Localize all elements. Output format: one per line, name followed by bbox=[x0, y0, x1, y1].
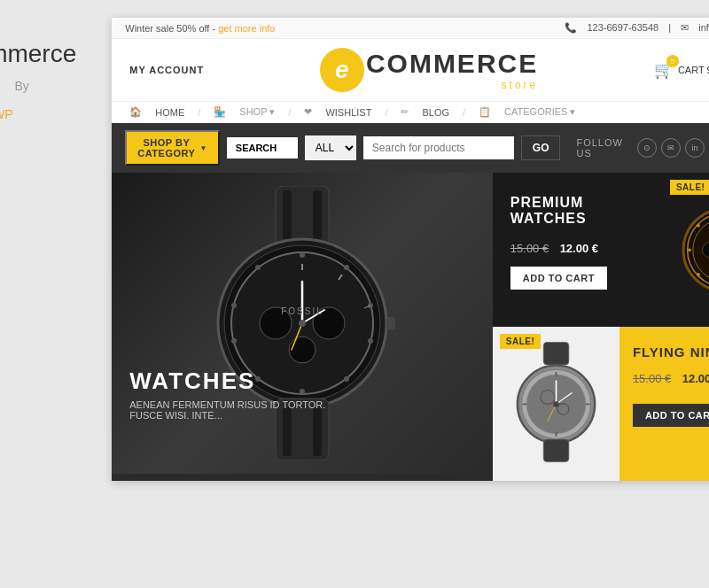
sale-watch-top-panel: SALE! bbox=[663, 173, 709, 327]
svg-point-40 bbox=[697, 273, 700, 276]
nav-wishlist[interactable]: WISHLIST bbox=[325, 107, 371, 118]
bottom-right-section: SALE! bbox=[493, 327, 709, 481]
linkedin-icon[interactable]: in bbox=[685, 138, 705, 158]
by-label: By Themes4WP bbox=[0, 79, 29, 121]
flying-ninja-old-price: 15.00 € bbox=[633, 372, 671, 385]
right-panel: PREMIUM WATCHES 15.00 € 12.00 € ADD TO C… bbox=[493, 173, 709, 481]
watches-description: AENEAN FERMENTUM RISUS ID TORTOR. FUSCE … bbox=[129, 399, 360, 421]
premium-add-to-cart-button[interactable]: ADD TO CART bbox=[510, 267, 607, 290]
rss-icon[interactable]: ⊙ bbox=[637, 138, 657, 158]
sale-text: Winter sale 50% off - bbox=[125, 23, 215, 34]
cart-badge: 5 bbox=[666, 55, 679, 67]
svg-rect-1 bbox=[283, 190, 292, 239]
svg-point-15 bbox=[255, 265, 261, 270]
top-bar: Winter sale 50% off - get more info 📞 12… bbox=[112, 18, 709, 39]
search-category-select[interactable]: ALL bbox=[305, 135, 356, 160]
watch-label-overlay: WATCHES AENEAN FERMENTUM RISUS ID TORTOR… bbox=[129, 368, 360, 421]
cart-area[interactable]: 🛒 5 CART 91.00 € bbox=[654, 60, 709, 80]
flying-ninja-title: FLYING NINJA W3 bbox=[633, 344, 709, 360]
page-title: eCommerce Store bbox=[0, 40, 76, 96]
svg-point-42 bbox=[697, 224, 700, 228]
flying-ninja-card: FLYING NINJA W3 15.00 € 12.00 € ADD TO C… bbox=[619, 327, 709, 481]
page-title-bar: eCommerce Store By Themes4WP bbox=[0, 31, 94, 134]
svg-text:FOSSIL: FOSSIL bbox=[281, 306, 323, 316]
nav-home[interactable]: HOME bbox=[155, 107, 184, 118]
watch-background: FOSSIL WATCHES AENEAN FERMENTUM RISUS ID… bbox=[112, 173, 493, 474]
my-account-link[interactable]: MY ACCOUNT bbox=[129, 65, 204, 75]
svg-point-18 bbox=[289, 337, 316, 363]
main-nav: 🏠 HOME / 🏪 SHOP ▾ / ❤ WISHLIST / ✏ BLOG … bbox=[112, 102, 709, 123]
logo-text: COMMERCE store bbox=[366, 49, 538, 91]
svg-point-59 bbox=[553, 401, 558, 406]
cart-icon: 🛒 5 bbox=[654, 60, 674, 80]
svg-rect-2 bbox=[313, 190, 322, 239]
logo-store: store bbox=[366, 79, 538, 91]
main-content: FOSSIL WATCHES AENEAN FERMENTUM RISUS ID… bbox=[112, 173, 709, 481]
svg-point-7 bbox=[344, 265, 349, 270]
sale-badge-top: SALE! bbox=[670, 180, 709, 195]
nav-categories[interactable]: CATEGORIES ▾ bbox=[504, 106, 575, 118]
sale-badge-bottom: SALE! bbox=[500, 334, 541, 349]
categories-icon: 📋 bbox=[479, 106, 491, 118]
logo: e COMMERCE store bbox=[320, 48, 538, 92]
svg-point-26 bbox=[299, 320, 306, 327]
svg-rect-50 bbox=[543, 342, 569, 364]
top-right-section: PREMIUM WATCHES 15.00 € 12.00 € ADD TO C… bbox=[493, 173, 709, 327]
premium-new-price: 12.00 € bbox=[560, 242, 598, 255]
separator: | bbox=[668, 22, 674, 33]
contact-info: 📞 123-6697-63548 | ✉ info@email.com bbox=[561, 22, 709, 34]
home-icon: 🏠 bbox=[129, 106, 142, 118]
featured-product-panel: FOSSIL WATCHES AENEAN FERMENTUM RISUS ID… bbox=[112, 173, 493, 481]
sale-notice: Winter sale 50% off - get more info bbox=[125, 23, 275, 34]
svg-rect-64 bbox=[543, 439, 569, 461]
blog-icon: ✏ bbox=[401, 106, 409, 118]
premium-watches-card: PREMIUM WATCHES 15.00 € 12.00 € ADD TO C… bbox=[493, 173, 663, 327]
sale-link[interactable]: get more info bbox=[218, 23, 275, 34]
svg-point-6 bbox=[300, 252, 305, 258]
flying-ninja-add-to-cart-button[interactable]: ADD TO CART bbox=[633, 404, 709, 427]
svg-point-14 bbox=[231, 303, 237, 308]
shop-icon: 🏪 bbox=[214, 106, 226, 118]
nav-shop[interactable]: SHOP ▾ bbox=[239, 106, 275, 118]
cart-label: CART 91.00 € bbox=[678, 65, 709, 75]
svg-rect-30 bbox=[386, 317, 395, 329]
flying-ninja-price-area: 15.00 € 12.00 € bbox=[633, 370, 709, 386]
premium-price-area: 15.00 € 12.00 € bbox=[510, 240, 645, 256]
sale-watch-bottom-panel: SALE! bbox=[493, 327, 619, 481]
premium-old-price: 15.00 € bbox=[510, 242, 549, 255]
chevron-down-icon: ▼ bbox=[199, 144, 206, 152]
svg-point-9 bbox=[368, 338, 373, 344]
themes4wp-link[interactable]: Themes4WP bbox=[0, 107, 13, 121]
main-window: Winter sale 50% off - get more info 📞 12… bbox=[112, 18, 709, 481]
search-label-field[interactable] bbox=[227, 137, 298, 159]
watches-title: WATCHES bbox=[129, 368, 360, 395]
go-button[interactable]: GO bbox=[521, 135, 561, 160]
gold-watch-image bbox=[663, 173, 709, 323]
search-bar: SHOP BY CATEGORY ▼ ALL GO FOLLOW US ⊙ ✉ … bbox=[112, 123, 709, 173]
premium-watches-title: PREMIUM WATCHES bbox=[510, 195, 645, 227]
svg-point-13 bbox=[231, 338, 237, 344]
logo-commerce: COMMERCE bbox=[366, 49, 538, 79]
email-social-icon[interactable]: ✉ bbox=[661, 138, 681, 158]
shop-by-category-button[interactable]: SHOP BY CATEGORY ▼ bbox=[125, 130, 220, 166]
follow-us-label: FOLLOW US bbox=[576, 137, 622, 159]
grey-watch-image bbox=[493, 327, 619, 477]
email-icon: ✉ bbox=[681, 22, 689, 33]
logo-e: e bbox=[320, 48, 364, 92]
phone-icon: 📞 bbox=[565, 22, 577, 33]
wishlist-nav-icon: ❤ bbox=[304, 106, 312, 118]
phone-number: 123-6697-63548 bbox=[587, 22, 658, 33]
social-icons: ⊙ ✉ in P ◎ t f bbox=[637, 138, 709, 158]
svg-point-41 bbox=[688, 248, 691, 251]
search-input[interactable] bbox=[363, 136, 514, 159]
flying-ninja-new-price: 12.00 € bbox=[682, 372, 709, 385]
nav-blog[interactable]: BLOG bbox=[422, 107, 449, 118]
header-right: 🛒 5 CART 91.00 € 🧡 3 bbox=[654, 60, 709, 80]
email-address: info@email.com bbox=[698, 22, 709, 33]
header: MY ACCOUNT e COMMERCE store 🛒 5 CART 91.… bbox=[112, 39, 709, 102]
